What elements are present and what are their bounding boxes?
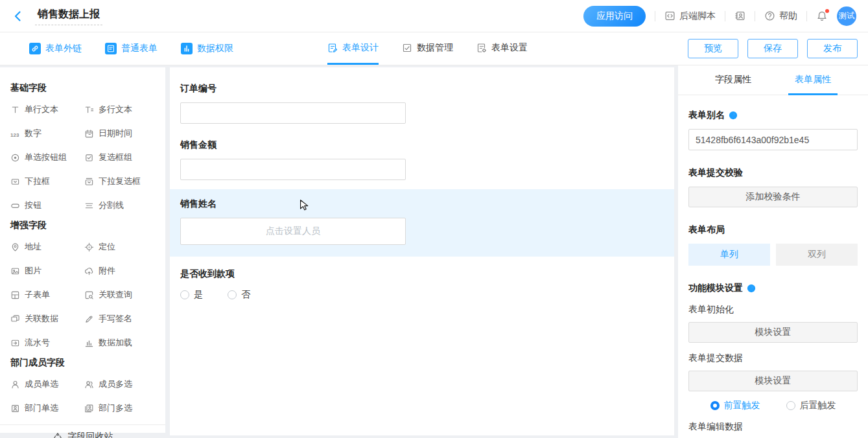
top-header: 销售数据上报 应用访问 后端脚本 帮助 — [0, 0, 868, 32]
field-item-label: 附件 — [99, 265, 115, 277]
help-button[interactable]: 帮助 — [764, 10, 797, 22]
field-item-单行文本[interactable]: 单行文本 — [10, 104, 79, 115]
location-icon — [84, 242, 94, 252]
section-title: 增强字段 — [10, 220, 155, 231]
subform-icon — [10, 290, 20, 300]
dept-single-icon — [10, 404, 20, 413]
linked-query-icon — [84, 290, 94, 300]
trigger-radio-label: 前置触发 — [724, 400, 760, 411]
backend-script-button[interactable]: 后端脚本 — [664, 10, 716, 22]
panel-tab-字段属性[interactable]: 字段属性 — [709, 65, 758, 95]
canvas-field-销售金额[interactable]: 销售金额 — [170, 133, 674, 184]
field-item-按钮[interactable]: 按钮 — [10, 200, 79, 211]
module-settings-label: 功能模块设置 ? — [688, 282, 858, 294]
module-settings-button[interactable]: 模块设置 — [688, 371, 858, 391]
attachment-icon — [84, 266, 94, 276]
field-item-数据加载[interactable]: 数据加载 — [84, 337, 155, 349]
tab-表单设置[interactable]: 表单设置 — [476, 32, 528, 65]
field-item-成员单选[interactable]: 成员单选 — [10, 378, 79, 390]
page-title[interactable]: 销售数据上报 — [35, 6, 102, 25]
form-design-canvas[interactable]: 订单编号销售金额销售姓名点击设置人员是否收到款项是否 — [170, 67, 674, 435]
help-icon — [764, 10, 775, 21]
address-icon — [10, 242, 20, 252]
properties-panel: 字段属性表单属性 表单别名 ? 表单提交校验 添加校验条件 表单布局 单列双列 … — [678, 65, 868, 438]
help-circle-icon[interactable]: ? — [729, 111, 738, 120]
tab-数据管理[interactable]: 数据管理 — [402, 32, 453, 65]
radio-option-是[interactable]: 是 — [180, 289, 203, 301]
field-item-关联查询[interactable]: 关联查询 — [84, 289, 155, 301]
field-item-手写签名[interactable]: 手写签名 — [84, 313, 155, 325]
field-item-关联数据[interactable]: 关联数据 — [10, 313, 79, 325]
trigger-radio-前置触发[interactable]: 前置触发 — [710, 400, 760, 411]
form-design-icon — [327, 43, 338, 53]
submit-validation-label: 表单提交校验 — [688, 167, 858, 179]
tab-label: 表单设计 — [342, 42, 379, 54]
field-item-流水号[interactable]: 流水号 — [10, 337, 79, 349]
field-item-label: 下拉框 — [25, 176, 50, 187]
link-icon — [29, 43, 41, 54]
canvas-field-是否收到款项[interactable]: 是否收到款项是否 — [170, 262, 674, 305]
contacts-button[interactable] — [734, 10, 745, 21]
field-library-sidebar: 基础字段单行文本多行文本123数字日期时间单选按钮组复选框组下拉框下拉复选框按钮… — [0, 67, 165, 433]
add-validation-button[interactable]: 添加校验条件 — [688, 187, 858, 207]
code-icon — [664, 10, 675, 21]
trigger-radio-后置触发[interactable]: 后置触发 — [786, 400, 836, 411]
field-item-下拉复选框[interactable]: 下拉复选框 — [84, 176, 155, 187]
checkbox-group-icon — [84, 153, 94, 163]
avatar[interactable]: 测试 — [837, 6, 856, 26]
button-field-icon — [10, 201, 20, 211]
field-item-复选框组[interactable]: 复选框组 — [84, 152, 155, 163]
radio-options-row: 是否 — [180, 289, 664, 301]
canvas-text-input[interactable] — [180, 102, 406, 124]
permission-icon — [181, 43, 193, 54]
field-item-部门单选[interactable]: 部门单选 — [10, 402, 79, 414]
field-item-地址[interactable]: 地址 — [10, 241, 79, 253]
field-grid: 成员单选成员多选部门单选部门多选 — [10, 378, 155, 414]
help-circle-icon[interactable]: ? — [747, 284, 756, 293]
field-item-label: 多行文本 — [99, 104, 132, 115]
module-settings-button[interactable]: 模块设置 — [688, 322, 858, 343]
发布-button[interactable]: 发布 — [807, 39, 858, 58]
notification-bell-icon[interactable] — [816, 10, 828, 22]
field-item-日期时间[interactable]: 日期时间 — [84, 128, 155, 139]
field-item-附件[interactable]: 附件 — [84, 265, 155, 277]
field-item-子表单[interactable]: 子表单 — [10, 289, 79, 301]
back-icon[interactable] — [12, 10, 25, 23]
panel-tab-表单属性[interactable]: 表单属性 — [788, 65, 838, 95]
layout-option-双列[interactable]: 双列 — [776, 244, 858, 266]
canvas-field-订单编号[interactable]: 订单编号 — [170, 76, 674, 128]
field-item-下拉框[interactable]: 下拉框 — [10, 176, 79, 187]
field-item-数字[interactable]: 123数字 — [10, 128, 79, 139]
radio-group-icon — [10, 153, 20, 163]
divider — [655, 11, 655, 21]
radio-option-否[interactable]: 否 — [228, 289, 250, 301]
tab-表单设计[interactable]: 表单设计 — [327, 32, 379, 65]
field-item-定位[interactable]: 定位 — [84, 241, 155, 253]
field-item-图片[interactable]: 图片 — [10, 265, 79, 277]
field-item-label: 下拉复选框 — [99, 176, 141, 187]
layout-option-单列[interactable]: 单列 — [688, 244, 770, 266]
properties-tabs: 字段属性表单属性 — [678, 65, 868, 95]
field-recycle-bin-button[interactable]: 字段回收站 — [0, 424, 165, 438]
toolbar-action-数据权限[interactable]: 数据权限 — [181, 43, 233, 54]
field-item-部门多选[interactable]: 部门多选 — [84, 402, 155, 414]
field-item-分割线[interactable]: 分割线 — [84, 200, 155, 211]
canvas-field-销售姓名[interactable]: 销售姓名点击设置人员 — [170, 189, 674, 257]
form-alias-input[interactable] — [688, 129, 858, 150]
trigger-radio-row: 前置触发后置触发 — [688, 400, 858, 411]
member-picker-input[interactable]: 点击设置人员 — [180, 218, 406, 245]
trigger-radio-label: 后置触发 — [800, 400, 836, 411]
field-item-成员多选[interactable]: 成员多选 — [84, 378, 155, 390]
field-item-多行文本[interactable]: 多行文本 — [84, 104, 155, 115]
field-item-label: 定位 — [99, 241, 115, 253]
toolbar-action-表单外链[interactable]: 表单外链 — [29, 43, 82, 54]
预览-button[interactable]: 预览 — [688, 39, 738, 58]
notification-dot — [825, 9, 829, 13]
radio-circle-icon — [228, 290, 237, 299]
toolbar-action-普通表单[interactable]: 普通表单 — [105, 43, 158, 54]
member-single-icon — [10, 380, 20, 389]
app-access-button[interactable]: 应用访问 — [583, 6, 646, 27]
field-item-单选按钮组[interactable]: 单选按钮组 — [10, 152, 79, 163]
canvas-text-input[interactable] — [180, 159, 406, 180]
保存-button[interactable]: 保存 — [747, 39, 798, 58]
